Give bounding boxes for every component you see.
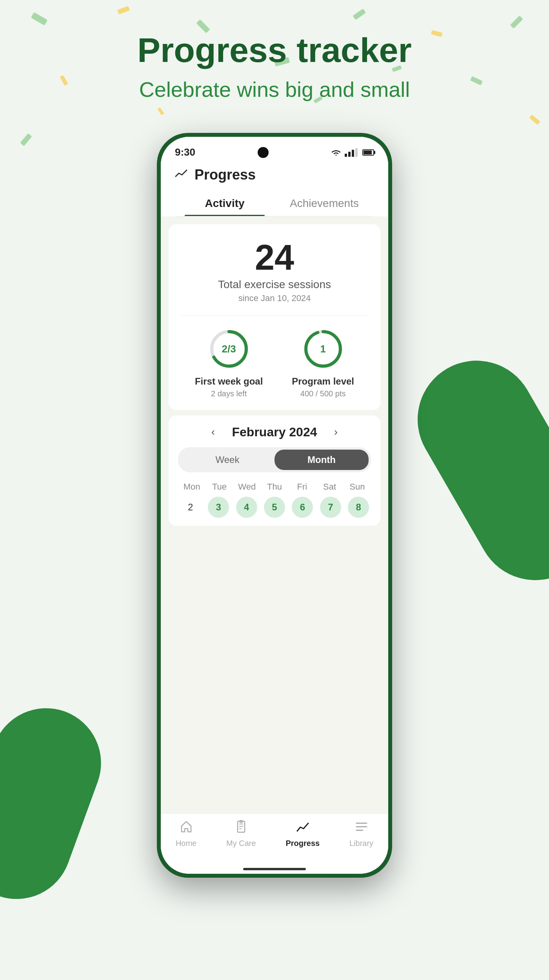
cal-day-4[interactable]: 4 <box>236 497 257 518</box>
sessions-label: Total exercise sessions <box>180 278 369 291</box>
calendar-next-button[interactable]: › <box>329 425 343 439</box>
tabs-container: Activity Achievements <box>175 191 374 216</box>
program-level-subtitle: 400 / 500 pts <box>300 389 346 398</box>
day-header-tue: Tue <box>205 482 233 492</box>
day-header-sat: Sat <box>316 482 343 492</box>
library-icon <box>355 820 368 837</box>
progress-header-icon <box>175 168 188 181</box>
goals-row: 2/3 First week goal 2 days left <box>180 323 369 398</box>
status-bar: 9:30 <box>161 137 388 160</box>
day-header-thu: Thu <box>261 482 288 492</box>
total-sessions-section: 24 Total exercise sessions since Jan 10,… <box>180 240 369 303</box>
calendar-month: February 2024 <box>232 425 317 439</box>
camera-notch <box>258 147 269 158</box>
phone-outer-shell: 9:30 <box>157 133 392 878</box>
nav-progress[interactable]: Progress <box>285 820 320 848</box>
status-time: 9:30 <box>175 146 195 158</box>
tab-achievements[interactable]: Achievements <box>274 191 374 216</box>
sessions-count: 24 <box>180 240 369 275</box>
program-level-title: Program level <box>292 376 354 387</box>
bottom-navigation: Home My Care <box>161 813 388 864</box>
status-icons <box>331 148 374 157</box>
first-week-label: 2/3 <box>222 343 236 355</box>
trend-icon <box>175 168 188 179</box>
calendar-days-grid: 2 3 4 5 6 7 8 <box>178 497 371 518</box>
program-level-label: 1 <box>320 343 325 355</box>
cal-day-2[interactable]: 2 <box>180 497 201 518</box>
tab-activity[interactable]: Activity <box>175 191 274 216</box>
home-icon <box>180 820 193 837</box>
phone-mockup: 9:30 <box>0 133 549 878</box>
day-header-wed: Wed <box>233 482 261 492</box>
nav-my-care[interactable]: My Care <box>226 820 256 848</box>
sessions-since: since Jan 10, 2024 <box>180 293 369 303</box>
nav-my-care-label: My Care <box>226 839 256 848</box>
cal-day-3[interactable]: 3 <box>208 497 229 518</box>
home-indicator <box>161 864 388 874</box>
calendar-section: ‹ February 2024 › Week Month Mon Tue Wed… <box>169 416 380 526</box>
week-toggle-button[interactable]: Week <box>180 450 274 470</box>
day-header-mon: Mon <box>178 482 205 492</box>
first-week-goal: 2/3 First week goal 2 days left <box>195 327 263 398</box>
phone-screen: 9:30 <box>161 137 388 874</box>
cal-day-6[interactable]: 6 <box>292 497 313 518</box>
program-level-circle: 1 <box>302 327 345 370</box>
stats-divider <box>180 315 369 316</box>
day-header-fri: Fri <box>288 482 316 492</box>
program-level-goal: 1 Program level 400 / 500 pts <box>292 327 354 398</box>
page-title: Progress tracker <box>0 31 549 69</box>
nav-library[interactable]: Library <box>349 820 373 848</box>
home-bar <box>243 868 306 870</box>
wifi-icon <box>331 148 342 157</box>
first-week-circle: 2/3 <box>207 327 251 370</box>
calendar-prev-button[interactable]: ‹ <box>206 425 220 439</box>
battery-icon <box>362 149 374 156</box>
calendar-header: ‹ February 2024 › <box>178 425 371 439</box>
nav-library-label: Library <box>349 839 373 848</box>
stats-card: 24 Total exercise sessions since Jan 10,… <box>169 224 380 410</box>
nav-progress-label: Progress <box>285 839 320 848</box>
page-header: Progress tracker Celebrate wins big and … <box>0 0 549 117</box>
first-week-subtitle: 2 days left <box>211 389 247 398</box>
cal-day-8[interactable]: 8 <box>348 497 369 518</box>
signal-icon <box>345 148 358 157</box>
nav-home[interactable]: Home <box>176 820 196 848</box>
cal-day-7[interactable]: 7 <box>320 497 341 518</box>
page-subtitle: Celebrate wins big and small <box>0 77 549 102</box>
week-month-toggle: Week Month <box>178 447 371 472</box>
month-toggle-button[interactable]: Month <box>274 450 369 470</box>
day-header-sun: Sun <box>344 482 371 492</box>
app-header: Progress Activity Achievements <box>161 160 388 216</box>
nav-home-label: Home <box>176 839 196 848</box>
cal-day-5[interactable]: 5 <box>264 497 285 518</box>
progress-icon <box>296 820 309 837</box>
calendar-day-headers: Mon Tue Wed Thu Fri Sat Sun <box>178 482 371 492</box>
header-title: Progress <box>195 167 256 183</box>
app-content: 24 Total exercise sessions since Jan 10,… <box>161 216 388 813</box>
my-care-icon <box>235 820 248 837</box>
first-week-title: First week goal <box>195 376 263 387</box>
